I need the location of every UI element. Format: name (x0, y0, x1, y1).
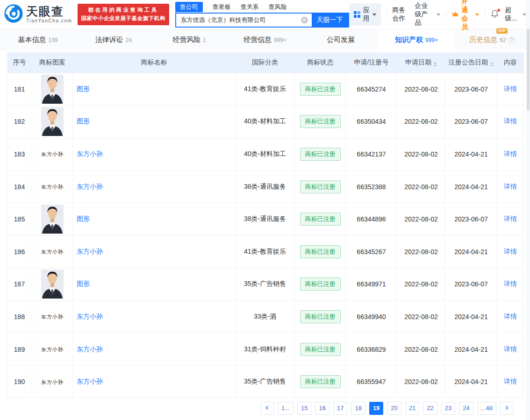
column-header[interactable]: 注册公告日期 (445, 52, 497, 73)
trademark-image-cell[interactable]: 东方小孙 (32, 365, 73, 398)
detail-link[interactable]: 详情 (504, 377, 517, 385)
trademark-name-link[interactable]: 图形 (77, 280, 90, 287)
help-icon[interactable]: ? (509, 37, 515, 43)
detail-link[interactable]: 详情 (504, 280, 517, 287)
divider (387, 11, 387, 18)
apps-menu[interactable]: 应用 (349, 3, 381, 26)
trademark-image-cell[interactable] (32, 73, 73, 106)
apply-date: 2022-08-02 (397, 235, 445, 268)
logo-title: 天眼查 (26, 6, 72, 17)
page-button-20[interactable]: 20 (387, 402, 401, 415)
sort-icon[interactable] (490, 62, 494, 67)
notifications-bell[interactable] (490, 9, 499, 20)
tab-basic[interactable]: 基本信息139 (0, 29, 76, 50)
page-button-19[interactable]: 19 (369, 402, 383, 415)
page-button-16[interactable]: 16 (315, 402, 329, 415)
apply-date: 2022-08-02 (397, 333, 445, 366)
publish-date: 2024-04-21 (445, 333, 497, 366)
trademark-name-link[interactable]: 图形 (77, 85, 90, 93)
detail-link[interactable]: 详情 (504, 117, 517, 125)
detail-link[interactable]: 详情 (504, 313, 517, 320)
search-tab-risk[interactable]: 查风险 (269, 2, 287, 12)
detail-link[interactable]: 详情 (504, 85, 517, 93)
page-button-23[interactable]: 23 (441, 402, 455, 415)
column-label: 序号 (13, 58, 26, 66)
detail-link[interactable]: 详情 (504, 183, 517, 190)
reg-number: 66344896 (346, 203, 397, 235)
next-page-button[interactable] (500, 402, 513, 415)
tab-operation[interactable]: 经营信息999+ (227, 29, 303, 50)
column-header: 商标名称 (73, 52, 236, 73)
status-badge: 商标已注册 (300, 343, 341, 356)
vip-upgrade-button[interactable]: 开通会员 (451, 0, 479, 31)
detail-link[interactable]: 详情 (504, 215, 517, 222)
trademark-name-link[interactable]: 东方小孙 (77, 377, 103, 385)
tab-ip[interactable]: 知识产权999+ (379, 29, 454, 50)
trademark-name-link[interactable]: 东方小孙 (77, 345, 103, 353)
enterprise-products-menu[interactable]: 企业级产品 (415, 2, 440, 27)
search-area: 查公司查老板查关系查风险 ✕ 天眼一下 (175, 1, 349, 28)
tab-risk[interactable]: 经营风险1 (151, 29, 227, 50)
business-cooperation-link[interactable]: 商务合作 (392, 6, 409, 23)
scrollbar[interactable] (526, 0, 530, 420)
page-button-15[interactable]: 15 (297, 402, 311, 415)
logo[interactable]: 天眼查 TianYanCha.com (4, 4, 72, 25)
trademark-name-link[interactable]: 图形 (77, 215, 90, 222)
status-badge: 商标已注册 (300, 180, 341, 193)
detail-link[interactable]: 详情 (504, 345, 517, 353)
clear-icon[interactable]: ✕ (301, 17, 308, 24)
search-tab-company[interactable]: 查公司 (175, 2, 203, 12)
search-tab-boss[interactable]: 查老板 (213, 2, 231, 12)
tianyancha-logo-icon (4, 4, 23, 25)
trademark-name-link[interactable]: 东方小孙 (77, 183, 103, 190)
intl-class: 40类-材料加工 (236, 138, 295, 171)
trademark-image-cell[interactable]: 东方小孙 (32, 138, 73, 171)
table-header-row: 序号商标图案商标名称国际分类商标状态申请/注册号申请日期注册公告日期内容 (7, 52, 524, 73)
trademark-name-link[interactable]: 图形 (77, 117, 90, 125)
column-header: 商标图案 (32, 52, 73, 73)
trademark-image-cell[interactable] (32, 203, 73, 235)
scrollbar-thumb[interactable] (527, 29, 530, 111)
page-button-1[interactable]: 1... (278, 402, 294, 415)
slogan-line1: 都在用的商业查询工具 (81, 6, 165, 14)
trademark-image-cell[interactable] (32, 106, 73, 138)
detail-link[interactable]: 详情 (504, 248, 517, 255)
search-tabs: 查公司查老板查关系查风险 (175, 1, 349, 13)
page-button-17[interactable]: 17 (333, 402, 347, 415)
sort-icon[interactable] (433, 62, 437, 67)
trademark-image-cell[interactable] (32, 268, 73, 301)
user-menu[interactable]: 超级... (505, 6, 517, 23)
trademark-name-link[interactable]: 东方小孙 (77, 248, 103, 255)
search-button[interactable]: 天眼一下 (312, 14, 348, 27)
notification-dot (497, 8, 501, 12)
column-header[interactable]: 申请日期 (397, 52, 445, 73)
section-tabs: 基本信息139法律诉讼24经营风险1经营信息999+公司发展知识产权999+VI… (0, 29, 530, 50)
tab-history[interactable]: VIP历史信息62? (454, 29, 530, 50)
trademark-text-mark: 东方小孙 (41, 184, 64, 190)
page-button-18[interactable]: 18 (351, 402, 365, 415)
chevron-down-icon[interactable] (523, 14, 526, 16)
intl-class: 38类-通讯服务 (236, 171, 295, 203)
row-index: 187 (7, 268, 32, 301)
page-button-24[interactable]: 24 (459, 402, 473, 415)
tab-development[interactable]: 公司发展 (303, 29, 379, 50)
trademark-image-cell[interactable]: 东方小孙 (32, 300, 73, 333)
page-button-22[interactable]: 22 (423, 402, 437, 415)
trademark-image-cell[interactable]: 东方小孙 (32, 171, 73, 203)
trademark-image-cell[interactable]: 东方小孙 (32, 235, 73, 268)
detail-link[interactable]: 详情 (504, 150, 517, 157)
search-tab-relation[interactable]: 查关系 (241, 2, 259, 12)
trademark-portrait-photo (41, 270, 64, 299)
trademark-image-cell[interactable]: 东方小孙 (32, 333, 73, 366)
intl-class: 33类-酒 (236, 300, 295, 333)
status-badge: 商标已注册 (300, 83, 341, 96)
page-button-21[interactable]: 21 (405, 402, 419, 415)
tab-lawsuit[interactable]: 法律诉讼24 (76, 29, 151, 50)
trademark-name-link[interactable]: 东方小孙 (77, 150, 103, 157)
page-button-48[interactable]: ...48 (477, 402, 496, 415)
chevron-down-icon (437, 14, 440, 16)
search-input[interactable] (176, 14, 312, 27)
table-row: 189东方小孙东方小孙31类-饲料种籽商标已注册663368292022-08-… (7, 333, 524, 366)
trademark-name-link[interactable]: 东方小孙 (77, 313, 103, 320)
prev-page-button[interactable] (261, 402, 274, 415)
